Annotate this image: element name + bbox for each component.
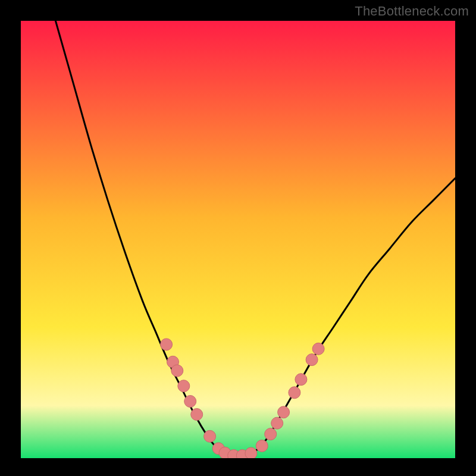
curve-marker: [289, 387, 300, 399]
chart-frame: TheBottleneck.com: [0, 0, 476, 476]
curve-marker: [256, 440, 268, 452]
curve-marker: [171, 365, 183, 377]
chart-svg: [21, 21, 455, 458]
curve-marker: [161, 339, 173, 350]
curve-marker: [245, 447, 257, 458]
curve-marker: [306, 354, 318, 366]
curve-marker: [265, 428, 277, 440]
curve-marker: [184, 396, 196, 408]
curve-marker: [312, 343, 324, 355]
curve-marker: [271, 417, 283, 429]
plot-area: [21, 21, 455, 458]
watermark-text: TheBottleneck.com: [355, 4, 469, 19]
curve-marker: [178, 380, 190, 392]
curve-marker: [204, 430, 216, 442]
curve-marker: [278, 406, 290, 418]
curve-marker: [295, 374, 307, 386]
gradient-background: [21, 21, 455, 458]
curve-marker: [191, 409, 203, 421]
